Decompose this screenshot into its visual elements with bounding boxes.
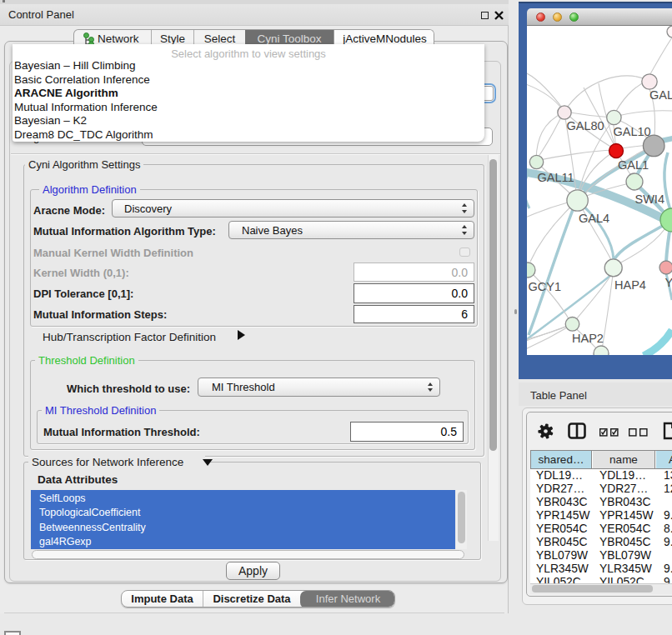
- svg-text:GAL4: GAL4: [579, 212, 609, 225]
- svg-text:HAP2: HAP2: [572, 332, 604, 345]
- svg-text:GAL80: GAL80: [567, 119, 604, 132]
- svg-text:HAP4: HAP4: [614, 278, 646, 292]
- svg-text:GCY1: GCY1: [529, 280, 562, 293]
- svg-text:SWI4: SWI4: [635, 192, 664, 206]
- svg-text:YP: YP: [665, 276, 672, 289]
- svg-text:GAL2: GAL2: [649, 88, 672, 102]
- svg-text:GAL1: GAL1: [618, 158, 649, 172]
- svg-text:GAL11: GAL11: [538, 171, 574, 184]
- svg-text:GAL10: GAL10: [614, 125, 651, 138]
